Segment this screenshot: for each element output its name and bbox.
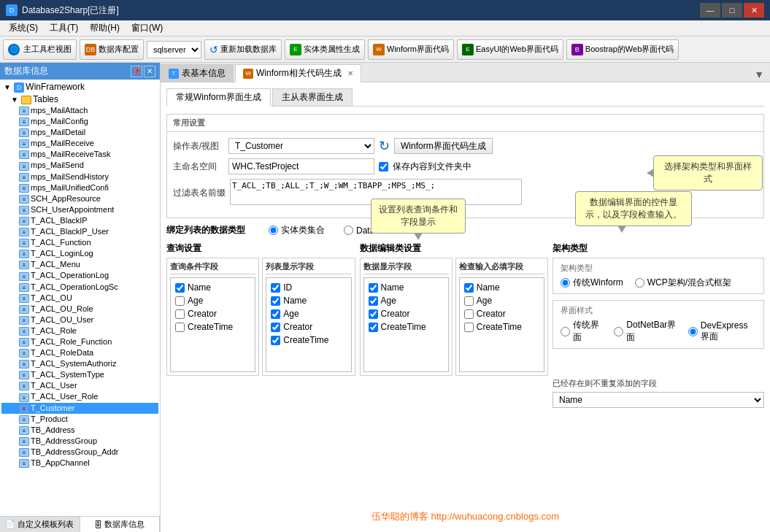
menu-system[interactable]: 系统(S) [3,20,44,36]
tree-area[interactable]: ▼ DWinFramework ▼ Tables ≡mps_MailAttach… [0,80,160,516]
tree-node-tacl-loginlog[interactable]: ≡T_ACL_LoginLog [1,248,158,259]
toolbar-main-view[interactable]: 🌐 主工具栏视图 [3,39,77,60]
tree-node-mps-mailsendhistory[interactable]: ≡mps_MailSendHistory [1,171,158,182]
toolbar-entity[interactable]: E 实体类属性生成 [285,39,365,60]
tree-node-tacl-function[interactable]: ≡T_ACL_Function [1,237,158,248]
toolbar-bootstrap[interactable]: B Boostrap的Web界面代码 [566,39,679,60]
list-field-createtime[interactable]: CreateTime [269,334,347,347]
ui-radio-devexpress[interactable]: DevExpress界面 [688,320,756,343]
table-icon: ≡ [19,283,29,292]
tree-node-tacl-blackip[interactable]: ≡T_ACL_BlackIP [1,215,158,226]
tree-node-sch-userappointment[interactable]: ≡SCH_UserAppointment [1,204,158,215]
tree-node-mps-mailsend[interactable]: ≡mps_MailSend [1,160,158,171]
tree-node-tb-addressgroup-addr[interactable]: ≡TB_AddressGroup_Addr [1,447,158,458]
existing-fields-select[interactable]: Name [553,392,764,408]
tree-node-tacl-ou-user[interactable]: ≡T_ACL_OU_User [1,315,158,325]
toolbar-winform[interactable]: W Winform界面代码 [368,39,454,60]
table-icon: ≡ [19,206,29,215]
tree-node-mps-maildetail[interactable]: ≡mps_MailDetail [1,127,158,138]
query-field-age[interactable]: Age [174,294,252,307]
edit-field-createtime[interactable]: CreateTime [367,320,445,334]
tree-node-tables[interactable]: ▼ Tables [1,93,158,105]
query-field-createtime[interactable]: CreateTime [174,320,252,334]
sidebar-tab-template[interactable]: 📄 自定义模板列表 [0,517,80,532]
query-fields-list[interactable]: Name Age Creator [170,277,255,372]
tree-node-tb-appchannel[interactable]: ≡TB_AppChannel [1,458,158,469]
toolbar-reload-db[interactable]: ↺ 重新加载数据库 [204,39,282,60]
edit-field-name[interactable]: Name [367,281,445,294]
list-field-id[interactable]: ID [269,281,347,294]
query-field-name[interactable]: Name [174,281,252,294]
required-field-createtime[interactable]: CreateTime [463,320,541,334]
tree-node-winframework[interactable]: ▼ DWinFramework [1,81,158,93]
namespace-input[interactable] [228,158,374,174]
tree-node-tb-address[interactable]: ≡TB_Address [1,425,158,436]
tree-node-tacl-ou[interactable]: ≡T_ACL_OU [1,293,158,304]
tree-node-mps-mailattach[interactable]: ≡mps_MailAttach [1,105,158,116]
menu-window[interactable]: 窗口(W) [126,20,169,36]
tree-node-tacl-user[interactable]: ≡T_ACL_User [1,380,158,391]
tree-node-tacl-user-role[interactable]: ≡T_ACL_User_Role [1,391,158,402]
tree-node-mps-mailunified[interactable]: ≡mps_MailUnifiedConfi [1,182,158,193]
tree-node-tb-addressgroup[interactable]: ≡TB_AddressGroup [1,436,158,447]
tab-close-icon[interactable]: ✕ [347,69,353,77]
menu-help[interactable]: 帮助(H) [84,20,126,36]
menu-tools[interactable]: 工具(T) [44,20,84,36]
minimize-button[interactable]: — [700,3,720,18]
ui-radio-dotnetbar[interactable]: DotNetBar界面 [614,319,677,344]
ui-radio-traditional[interactable]: 传统界面 [561,319,602,344]
existing-fields-section: 已经存在则不重复添加的字段 Name [553,378,764,408]
code-gen-button[interactable]: Winform界面代码生成 [394,138,493,154]
list-field-creator[interactable]: Creator [269,320,347,334]
required-field-creator[interactable]: Creator [463,307,541,320]
tree-node-mps-mailconfig[interactable]: ≡mps_MailConfig [1,116,158,127]
tree-node-tacl-systype[interactable]: ≡T_ACL_SystemType [1,369,158,380]
content-panel: 常规Winform界面生成 主从表界面生成 选择架构类型和界面样式 常用设置 操… [161,82,770,532]
operation-table-row: 操作表/视图 T_Customer ↻ Winform界面代码生成 [173,138,758,154]
binding-entity-radio[interactable]: 实体类集合 [269,224,325,236]
table-icon: ≡ [19,117,29,126]
list-field-name[interactable]: Name [269,294,347,307]
refresh-icon[interactable]: ↻ [379,138,390,154]
tree-node-tacl-sysauth[interactable]: ≡T_ACL_SystemAuthoriz [1,358,158,369]
edit-fields-list[interactable]: Name Age Creator [363,277,449,372]
content-close-button[interactable]: ▼ [748,67,770,82]
sub-tab-masterslave[interactable]: 主从表界面生成 [272,88,353,106]
tab-basic-info[interactable]: T 表基本信息 [161,64,234,82]
sidebar-tab-dbinfo[interactable]: 🗄 数据库信息 [80,517,161,532]
save-to-file-checkbox[interactable] [379,162,388,171]
tree-node-sch-appresource[interactable]: ≡SCH_AppResource [1,193,158,204]
sidebar-close-icon[interactable]: ✕ [144,66,155,77]
list-field-age[interactable]: Age [269,307,347,320]
sidebar-pin-icon[interactable]: 📌 [131,66,142,77]
tree-node-tacl-role-func[interactable]: ≡T_ACL_Role_Function [1,336,158,347]
tree-node-tacl-menu[interactable]: ≡T_ACL_Menu [1,259,158,270]
edit-field-age[interactable]: Age [367,294,445,307]
required-fields-list[interactable]: Name Age Creator [459,277,544,372]
tree-node-tacl-oplogsc[interactable]: ≡T_ACL_OperationLogSc [1,282,158,293]
close-button[interactable]: ✕ [744,3,764,18]
list-fields-list[interactable]: ID Name Age [266,277,351,372]
tree-node-mps-mailreceivetask[interactable]: ≡mps_MailReceiveTask [1,149,158,160]
tree-node-tacl-roledata[interactable]: ≡T_ACL_RoleData [1,347,158,358]
toolbar-easyui[interactable]: E EasyUI的Web界面代码 [457,39,563,60]
arch-radio-traditional[interactable]: 传统Winform [561,277,623,289]
db-type-select[interactable]: sqlserver mysql oracle [147,41,201,58]
arch-radio-wcp[interactable]: WCP架构/混合式框架 [635,277,731,289]
tree-node-tacl-blackip-user[interactable]: ≡T_ACL_BlackIP_User [1,226,158,237]
edit-field-creator[interactable]: Creator [367,307,445,320]
toolbar-db-config[interactable]: DB 数据库配置 [80,39,144,60]
required-field-name[interactable]: Name [463,281,541,294]
tab-winform-codegen[interactable]: W Winform相关代码生成 ✕ [235,64,361,82]
tree-node-mps-mailreceive[interactable]: ≡mps_MailReceive [1,138,158,149]
operation-table-select[interactable]: T_Customer [228,138,374,154]
tree-node-tproduct[interactable]: ≡T_Product [1,414,158,425]
tree-node-tcustomer[interactable]: ≡T_Customer [1,403,158,414]
tree-node-tacl-role[interactable]: ≡T_ACL_Role [1,325,158,336]
query-field-creator[interactable]: Creator [174,307,252,320]
tree-node-tacl-ou-role[interactable]: ≡T_ACL_OU_Role [1,304,158,315]
required-field-age[interactable]: Age [463,294,541,307]
tree-node-tacl-oplog[interactable]: ≡T_ACL_OperationLog [1,270,158,281]
maximize-button[interactable]: □ [722,3,742,18]
sub-tab-normal[interactable]: 常规Winform界面生成 [166,88,271,107]
